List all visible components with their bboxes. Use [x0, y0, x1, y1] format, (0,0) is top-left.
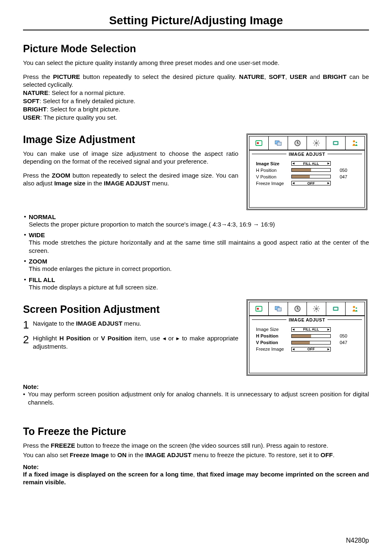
spa-note-head: Note: [23, 383, 369, 390]
osd-tabs [249, 302, 364, 316]
mode-zoom: •ZOOM [23, 258, 369, 265]
osd2-r2-label: H Position [256, 333, 291, 338]
t: Note [23, 463, 37, 470]
osd1-row-freeze: Freeze Image ◂OFF▸ [256, 180, 360, 187]
t: . [64, 479, 66, 486]
svg-point-5 [315, 141, 318, 144]
svg-point-11 [257, 308, 259, 310]
t: NATURE [239, 73, 264, 80]
tab-image-adjust-icon [269, 136, 288, 150]
svg-point-9 [356, 141, 357, 143]
svg-rect-17 [334, 308, 337, 310]
t: V Position [101, 335, 132, 342]
osd1-r2-value: 050 [333, 168, 347, 173]
t: PICTURE [53, 73, 80, 80]
t: menu. [150, 180, 169, 187]
osd2-r2-value: 050 [333, 333, 347, 338]
osd2-r2-slider [291, 334, 331, 338]
t: BRIGHT [323, 73, 347, 80]
osd1-r3-slider [291, 175, 331, 178]
t: WIDE [29, 231, 45, 238]
mode-bright: BRIGHT: Select for a bright picture. [23, 105, 369, 113]
t: ON [118, 451, 127, 458]
t: NORMAL [29, 213, 56, 220]
tab-setup-icon [307, 136, 326, 150]
osd2-r4-label: Freeze Image [256, 347, 291, 352]
page-title: Setting Picture/Adjusting Image [23, 14, 369, 30]
t: FILL ALL [29, 276, 55, 283]
t: in the [85, 180, 104, 187]
t: to [109, 451, 118, 458]
t: or [90, 335, 101, 342]
t: in the [127, 451, 145, 458]
osd2-row-v-position: V Position 047 [256, 339, 360, 346]
svg-rect-3 [277, 142, 281, 145]
osd1-r4-label: Freeze Image [256, 181, 291, 186]
t: IMAGE ADJUST [145, 451, 191, 458]
osd1-r3-value: 047 [333, 174, 347, 179]
tab-image-adjust-icon [269, 302, 288, 315]
freeze-p1: Press the FREEZE button to freeze the im… [23, 442, 369, 450]
tab-parental-icon [346, 302, 364, 315]
t: . [333, 451, 334, 458]
mode-fillall: •FILL ALL [23, 276, 369, 283]
osd1-r1-value: ◂FILL ALL▸ [291, 161, 331, 166]
t: OFF [321, 451, 333, 458]
mode-normal: •NORMAL [23, 213, 369, 220]
osd2-row-freeze: Freeze Image ◂OFF▸ [256, 346, 360, 352]
isa-p2: Press the ZOOM button repeatedly to sele… [23, 171, 238, 187]
t: Press the [23, 442, 51, 449]
t: : The picture quality you set. [40, 114, 117, 121]
osd2-r3-value: 047 [333, 340, 347, 345]
t: button repeatedly to select the desired … [80, 73, 239, 80]
t: Navigate to the [33, 320, 76, 327]
t: ZOOM [52, 172, 70, 179]
mode-fillall-desc: This mode displays a picture at full scr… [29, 283, 369, 291]
step-1-text: Navigate to the IMAGE ADJUST menu. [33, 319, 141, 328]
t: button to freeze the image on the screen… [75, 442, 328, 449]
t: Image size [54, 180, 85, 187]
pms-desc: Press the PICTURE button repeatedly to s… [23, 73, 369, 89]
osd2-r1-value: ◂FILL ALL▸ [291, 327, 331, 332]
t: SOFT [23, 97, 39, 104]
osd1-row-v-position: V Position 047 [256, 173, 360, 180]
freeze-warning: If a fixed image is displayed on the scr… [23, 470, 369, 486]
tab-time-icon [288, 302, 307, 315]
t: H Position [59, 335, 90, 342]
svg-point-19 [356, 308, 357, 309]
osd1-r3-label: V Position [256, 174, 291, 179]
t: IMAGE ADJUST [104, 180, 150, 187]
step-2-number: 2 [23, 334, 33, 345]
isa-p1: You can make use of image size adjustmen… [23, 150, 238, 166]
osd-image-adjust-2: IMAGE ADJUST Image Size ◂FILL ALL▸ H Pos… [247, 299, 367, 376]
t: USER [23, 114, 40, 121]
tab-setup-icon [307, 302, 326, 315]
t: ZOOM [29, 258, 47, 265]
heading-image-size: Image Size Adjustment [23, 134, 238, 146]
step-1-number: 1 [23, 319, 33, 330]
osd-tabs [249, 136, 364, 150]
osd1-r2-label: H Position [256, 168, 291, 173]
t: menu to freeze the picture. To restore, … [191, 451, 321, 458]
mode-zoom-desc: This mode enlarges the picture in correc… [29, 265, 369, 273]
mode-wide-desc: This mode stretches the picture horizont… [29, 238, 369, 254]
tab-features-icon [326, 302, 346, 315]
svg-rect-7 [334, 142, 337, 144]
svg-point-1 [257, 142, 259, 144]
t: IMAGE ADJUST [76, 320, 122, 327]
tab-features-icon [326, 136, 346, 150]
mode-nature: NATURE: Select for a normal picture. [23, 89, 369, 97]
step-1: 1 Navigate to the IMAGE ADJUST menu. [23, 319, 238, 330]
svg-point-8 [353, 140, 355, 142]
osd2-row-image-size: Image Size ◂FILL ALL▸ [256, 326, 360, 333]
osd1-r1-label: Image Size [256, 161, 291, 166]
heading-screen-position: Screen Position Adjustment [23, 303, 238, 315]
heading-freeze: To Freeze the Picture [23, 426, 369, 437]
t: Freeze Image [70, 451, 109, 458]
t: You can also set [23, 451, 70, 458]
osd2-title: IMAGE ADJUST [286, 317, 328, 322]
mode-soft: SOFT: Select for a finely detailed pictu… [23, 97, 369, 105]
t: OFF [307, 347, 315, 351]
step-2-text: Highlight H Position or V Position item,… [33, 334, 238, 350]
t: , [193, 471, 197, 478]
